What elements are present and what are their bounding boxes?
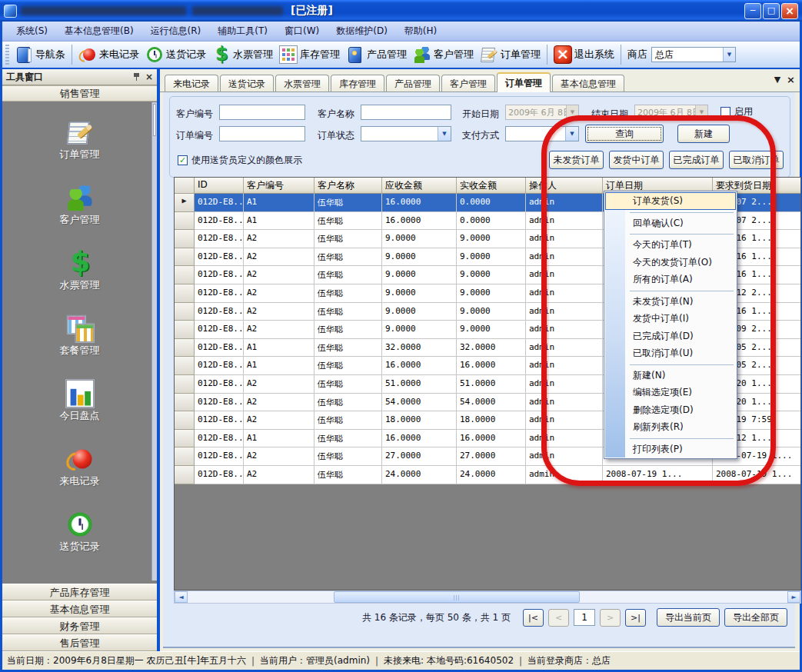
table-row[interactable]: 012D-E8...A2伍华聪24.000024.0000admin2008-0…	[175, 466, 800, 484]
first-page-button[interactable]: |<	[523, 609, 544, 627]
context-menu-item-today-delivery-orders[interactable]: 今天的发货订单(O)	[605, 254, 736, 271]
maximize-button[interactable]: □	[763, 3, 780, 19]
scrollbar-thumb[interactable]	[334, 591, 580, 603]
order-status-select[interactable]: ▼	[361, 126, 451, 141]
color-display-checkbox[interactable]: ✓ 使用送货员定义的颜色展示	[178, 154, 302, 167]
context-menu-item-receipt-confirm[interactable]: 回单确认(C)	[605, 215, 736, 232]
menu-item-help[interactable]: 帮助(H)	[397, 22, 444, 40]
toolbar-button-call-record[interactable]: 来电记录	[75, 44, 142, 65]
context-menu-item-print-list[interactable]: 打印列表(P)	[605, 441, 736, 458]
customer-no-input[interactable]	[219, 105, 305, 120]
chevron-down-icon[interactable]: ▼	[438, 127, 451, 141]
sidebar-group-finance[interactable]: 财务管理	[2, 617, 157, 634]
toolbar-button-exit[interactable]: 退出系统	[551, 44, 617, 65]
toolbar-button-water-ticket[interactable]: 水票管理	[209, 44, 276, 65]
sidebar-item-water-ticket[interactable]: 水票管理	[34, 240, 126, 305]
tab-inventory[interactable]: 库存管理	[331, 75, 384, 91]
menu-item-data-maintenance[interactable]: 数据维护(D)	[328, 22, 395, 40]
checkbox-icon[interactable]	[720, 107, 730, 117]
context-menu-item-today-orders[interactable]: 今天的订单(T)	[605, 236, 736, 254]
horizontal-scrollbar[interactable]: ◄ ►	[174, 590, 801, 604]
tab-basic-info[interactable]: 基本信息管理	[552, 75, 624, 91]
page-number-input[interactable]	[574, 609, 595, 626]
tab-product[interactable]: 产品管理	[386, 75, 440, 91]
scrollbar-track[interactable]	[188, 591, 787, 603]
minimize-button[interactable]: ─	[744, 3, 761, 19]
toolbar-button-product[interactable]: 产品管理	[343, 44, 410, 65]
chevron-down-icon[interactable]: ▼	[565, 127, 578, 141]
tab-call-record[interactable]: 来电记录	[165, 75, 218, 91]
toolbar-button-delivery-record[interactable]: 送货记录	[142, 44, 209, 65]
context-menu-item-delete-selected[interactable]: 删除选定项(D)	[605, 401, 736, 419]
sidebar-item-delivery-record[interactable]: 送货记录	[34, 501, 126, 567]
sidebar-group-sales[interactable]: 销售管理	[2, 85, 157, 101]
chevron-down-icon[interactable]: ▼	[723, 48, 735, 62]
sidebar-scrollbar[interactable]	[151, 102, 157, 581]
context-menu-item-all-orders[interactable]: 所有的订单(A)	[605, 271, 736, 288]
tab-close-icon[interactable]: ×	[787, 75, 795, 85]
sidebar-item-order[interactable]: 订单管理	[34, 109, 126, 175]
context-menu-item-ship-order[interactable]: 订单发货(S)	[605, 192, 736, 210]
close-button[interactable]: ×	[781, 3, 798, 19]
tab-delivery-record[interactable]: 送货记录	[220, 75, 274, 91]
button-undelivered-orders[interactable]: 未发货订单	[549, 151, 604, 169]
query-button[interactable]: 查询	[585, 125, 664, 143]
menu-item-basic-info[interactable]: 基本信息管理(B)	[57, 22, 141, 40]
toolbar-button-navigator[interactable]: 导航条	[12, 44, 68, 65]
order-no-input[interactable]	[219, 126, 305, 141]
export-all-pages-button[interactable]: 导出全部页	[724, 608, 787, 627]
toolbar-grip[interactable]	[5, 45, 9, 65]
sidebar-item-customer[interactable]: 客户管理	[34, 175, 126, 240]
chevron-down-icon[interactable]: ▼	[695, 105, 707, 119]
toolbar-button-inventory[interactable]: 库存管理	[276, 44, 343, 65]
sidebar-group-after-sales[interactable]: 售后管理	[2, 634, 157, 651]
table-header-cell[interactable]: 客户编号	[244, 178, 314, 194]
menu-item-system[interactable]: 系统(S)	[8, 22, 55, 40]
start-date-picker[interactable]: 2009年 6月 8日 ▼	[505, 105, 579, 120]
menu-item-window[interactable]: 窗口(W)	[277, 22, 327, 40]
checkbox-checked-icon[interactable]: ✓	[178, 155, 188, 165]
button-completed-orders[interactable]: 已完成订单	[669, 151, 724, 169]
context-menu-item-delivering-orders[interactable]: 发货中订单(I)	[605, 310, 736, 328]
tab-customer[interactable]: 客户管理	[441, 75, 495, 91]
scroll-right-icon[interactable]: ►	[787, 591, 800, 603]
context-menu-item-undelivered-orders[interactable]: 未发货订单(N)	[605, 293, 736, 311]
tab-list-dropdown-icon[interactable]: ▼	[774, 75, 780, 85]
export-current-page-button[interactable]: 导出当前页	[657, 608, 720, 627]
pin-icon[interactable]	[132, 72, 141, 82]
last-page-button[interactable]: >|	[625, 609, 646, 627]
context-menu-item-cancelled-orders[interactable]: 已取消订单(U)	[605, 344, 736, 362]
shop-select[interactable]: 总店 ▼	[651, 47, 736, 62]
pay-method-select[interactable]: ▼	[505, 126, 579, 141]
sidebar-item-call-record[interactable]: 来电记录	[34, 436, 126, 501]
sidebar-item-package[interactable]: 套餐管理	[34, 305, 126, 371]
next-page-button[interactable]: >	[600, 609, 621, 627]
context-menu-item-edit-selected[interactable]: 编辑选定项(E)	[605, 384, 736, 401]
table-header-cell[interactable]: ID	[195, 178, 244, 194]
sidebar-item-today-stock[interactable]: 今日盘点	[34, 371, 126, 436]
context-menu-item-new[interactable]: 新建(N)	[605, 367, 736, 384]
new-button[interactable]: 新建	[677, 125, 730, 143]
context-menu-item-refresh-list[interactable]: 刷新列表(R)	[605, 418, 736, 436]
enable-checkbox[interactable]: 启用	[720, 105, 753, 118]
table-header-cell[interactable]: 实收金额	[457, 178, 526, 194]
customer-name-input[interactable]	[361, 105, 451, 120]
context-menu-item-completed-orders[interactable]: 已完成订单(D)	[605, 328, 736, 345]
button-delivering-orders[interactable]: 发货中订单	[609, 151, 664, 169]
button-cancelled-orders[interactable]: 已取消订单	[729, 151, 784, 169]
toolbar-button-customer[interactable]: 客户管理	[410, 44, 477, 65]
table-header-cell[interactable]: 应收金额	[382, 178, 457, 194]
sidebar-close-icon[interactable]: ×	[145, 72, 153, 82]
tab-water-ticket[interactable]: 水票管理	[275, 75, 329, 91]
table-header-cell[interactable]: 客户名称	[314, 178, 382, 194]
toolbar-button-order[interactable]: 订单管理	[477, 44, 544, 65]
tab-order[interactable]: 订单管理	[497, 72, 551, 92]
prev-page-button[interactable]: <	[548, 609, 569, 627]
menu-item-assist-tools[interactable]: 辅助工具(T)	[210, 22, 275, 40]
scroll-left-icon[interactable]: ◄	[175, 591, 188, 603]
sidebar-group-product-inventory[interactable]: 产品库存管理	[2, 584, 157, 600]
chevron-down-icon[interactable]: ▼	[566, 105, 578, 119]
sidebar-group-basic-info[interactable]: 基本信息管理	[2, 600, 157, 617]
end-date-picker[interactable]: 2009年 6月 8日 ▼	[634, 105, 708, 120]
menu-item-run-info[interactable]: 运行信息(R)	[143, 22, 209, 40]
